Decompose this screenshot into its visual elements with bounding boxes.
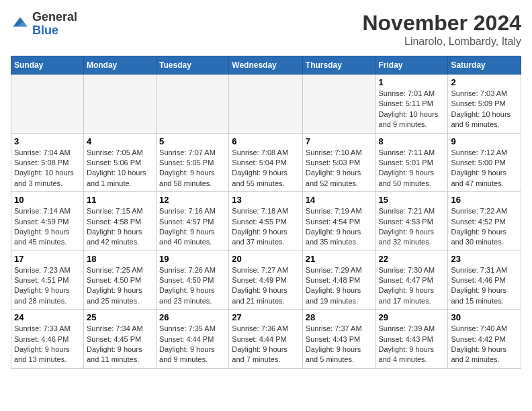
calendar-cell: 18Sunrise: 7:25 AMSunset: 4:50 PMDayligh… xyxy=(83,250,156,310)
day-info: Sunrise: 7:04 AMSunset: 5:08 PMDaylight:… xyxy=(14,148,81,189)
weekday-header-monday: Monday xyxy=(83,56,156,75)
calendar-cell: 3Sunrise: 7:04 AMSunset: 5:08 PMDaylight… xyxy=(11,133,84,192)
calendar-cell: 2Sunrise: 7:03 AMSunset: 5:09 PMDaylight… xyxy=(448,75,521,134)
calendar-cell: 12Sunrise: 7:16 AMSunset: 4:57 PMDayligh… xyxy=(157,192,229,251)
header: General Blue November 2024 Linarolo, Lom… xyxy=(11,11,521,48)
calendar-cell: 5Sunrise: 7:07 AMSunset: 5:05 PMDaylight… xyxy=(157,133,229,192)
day-info: Sunrise: 7:23 AMSunset: 4:51 PMDaylight:… xyxy=(14,265,81,307)
calendar-cell: 20Sunrise: 7:27 AMSunset: 4:49 PMDayligh… xyxy=(229,250,303,310)
calendar-cell: 16Sunrise: 7:22 AMSunset: 4:52 PMDayligh… xyxy=(448,192,521,251)
day-info: Sunrise: 7:34 AMSunset: 4:45 PMDaylight:… xyxy=(87,324,153,365)
calendar-week-1: 1Sunrise: 7:01 AMSunset: 5:11 PMDaylight… xyxy=(11,75,521,134)
day-number: 20 xyxy=(232,254,300,264)
day-number: 25 xyxy=(87,312,153,322)
calendar-cell xyxy=(11,75,84,134)
logo: General Blue xyxy=(11,11,77,38)
day-number: 17 xyxy=(14,254,81,264)
day-number: 11 xyxy=(87,195,153,205)
calendar-cell: 4Sunrise: 7:05 AMSunset: 5:06 PMDaylight… xyxy=(83,133,156,192)
day-info: Sunrise: 7:15 AMSunset: 4:58 PMDaylight:… xyxy=(87,206,153,248)
calendar-cell: 15Sunrise: 7:21 AMSunset: 4:53 PMDayligh… xyxy=(375,192,448,251)
calendar-cell: 22Sunrise: 7:30 AMSunset: 4:47 PMDayligh… xyxy=(375,250,448,310)
calendar-body: 1Sunrise: 7:01 AMSunset: 5:11 PMDaylight… xyxy=(11,75,521,369)
day-number: 10 xyxy=(14,195,81,205)
calendar-cell: 27Sunrise: 7:36 AMSunset: 4:44 PMDayligh… xyxy=(229,310,303,369)
calendar-cell xyxy=(83,75,156,134)
calendar-cell: 7Sunrise: 7:10 AMSunset: 5:03 PMDaylight… xyxy=(302,133,375,192)
day-number: 26 xyxy=(159,312,226,322)
day-number: 2 xyxy=(451,77,518,87)
calendar-cell: 13Sunrise: 7:18 AMSunset: 4:55 PMDayligh… xyxy=(229,192,303,251)
weekday-row: SundayMondayTuesdayWednesdayThursdayFrid… xyxy=(11,56,521,75)
calendar-cell: 1Sunrise: 7:01 AMSunset: 5:11 PMDaylight… xyxy=(375,75,448,134)
day-number: 28 xyxy=(306,312,373,322)
calendar-cell: 26Sunrise: 7:35 AMSunset: 4:44 PMDayligh… xyxy=(157,310,229,369)
calendar-week-3: 10Sunrise: 7:14 AMSunset: 4:59 PMDayligh… xyxy=(11,192,521,251)
day-number: 7 xyxy=(306,136,373,146)
day-number: 21 xyxy=(306,254,373,264)
weekday-header-saturday: Saturday xyxy=(448,56,521,75)
day-info: Sunrise: 7:30 AMSunset: 4:47 PMDaylight:… xyxy=(379,265,445,307)
day-number: 6 xyxy=(232,136,300,146)
calendar-cell: 10Sunrise: 7:14 AMSunset: 4:59 PMDayligh… xyxy=(11,192,84,251)
calendar-cell: 29Sunrise: 7:39 AMSunset: 4:43 PMDayligh… xyxy=(375,310,448,369)
logo-general-text: General xyxy=(32,11,77,24)
calendar-cell: 23Sunrise: 7:31 AMSunset: 4:46 PMDayligh… xyxy=(448,250,521,310)
calendar: SundayMondayTuesdayWednesdayThursdayFrid… xyxy=(11,56,521,369)
day-number: 5 xyxy=(159,136,226,146)
calendar-cell: 17Sunrise: 7:23 AMSunset: 4:51 PMDayligh… xyxy=(11,250,84,310)
day-number: 14 xyxy=(306,195,373,205)
calendar-week-5: 24Sunrise: 7:33 AMSunset: 4:46 PMDayligh… xyxy=(11,310,521,369)
day-number: 9 xyxy=(451,136,518,146)
day-number: 16 xyxy=(451,195,518,205)
day-info: Sunrise: 7:26 AMSunset: 4:50 PMDaylight:… xyxy=(159,265,226,307)
calendar-cell: 28Sunrise: 7:37 AMSunset: 4:43 PMDayligh… xyxy=(302,310,375,369)
logo-text: General Blue xyxy=(32,11,77,38)
day-info: Sunrise: 7:33 AMSunset: 4:46 PMDaylight:… xyxy=(14,324,81,365)
day-info: Sunrise: 7:22 AMSunset: 4:52 PMDaylight:… xyxy=(451,206,518,248)
calendar-cell: 8Sunrise: 7:11 AMSunset: 5:01 PMDaylight… xyxy=(375,133,448,192)
weekday-header-tuesday: Tuesday xyxy=(157,56,229,75)
day-number: 12 xyxy=(159,195,226,205)
day-number: 1 xyxy=(379,77,445,87)
day-number: 13 xyxy=(232,195,300,205)
logo-blue-text: Blue xyxy=(32,24,77,38)
day-info: Sunrise: 7:19 AMSunset: 4:54 PMDaylight:… xyxy=(306,206,373,248)
calendar-cell: 6Sunrise: 7:08 AMSunset: 5:04 PMDaylight… xyxy=(229,133,303,192)
calendar-cell xyxy=(229,75,303,134)
calendar-header: SundayMondayTuesdayWednesdayThursdayFrid… xyxy=(11,56,521,75)
day-info: Sunrise: 7:14 AMSunset: 4:59 PMDaylight:… xyxy=(14,206,81,248)
day-info: Sunrise: 7:18 AMSunset: 4:55 PMDaylight:… xyxy=(232,206,300,248)
calendar-cell xyxy=(302,75,375,134)
calendar-cell: 9Sunrise: 7:12 AMSunset: 5:00 PMDaylight… xyxy=(448,133,521,192)
calendar-cell xyxy=(157,75,229,134)
weekday-header-thursday: Thursday xyxy=(302,56,375,75)
day-info: Sunrise: 7:07 AMSunset: 5:05 PMDaylight:… xyxy=(159,148,226,189)
day-info: Sunrise: 7:29 AMSunset: 4:48 PMDaylight:… xyxy=(306,265,373,307)
day-info: Sunrise: 7:37 AMSunset: 4:43 PMDaylight:… xyxy=(306,324,373,365)
day-number: 19 xyxy=(159,254,226,264)
day-number: 15 xyxy=(379,195,445,205)
weekday-header-friday: Friday xyxy=(375,56,448,75)
day-info: Sunrise: 7:40 AMSunset: 4:42 PMDaylight:… xyxy=(451,324,518,365)
title-area: November 2024 Linarolo, Lombardy, Italy xyxy=(362,11,521,48)
day-number: 30 xyxy=(451,312,518,322)
day-number: 3 xyxy=(14,136,81,146)
calendar-week-2: 3Sunrise: 7:04 AMSunset: 5:08 PMDaylight… xyxy=(11,133,521,192)
day-number: 18 xyxy=(87,254,153,264)
calendar-cell: 25Sunrise: 7:34 AMSunset: 4:45 PMDayligh… xyxy=(83,310,156,369)
day-info: Sunrise: 7:10 AMSunset: 5:03 PMDaylight:… xyxy=(306,148,373,189)
day-number: 24 xyxy=(14,312,81,322)
day-number: 4 xyxy=(87,136,153,146)
day-info: Sunrise: 7:16 AMSunset: 4:57 PMDaylight:… xyxy=(159,206,226,248)
day-info: Sunrise: 7:03 AMSunset: 5:09 PMDaylight:… xyxy=(451,89,518,130)
calendar-cell: 14Sunrise: 7:19 AMSunset: 4:54 PMDayligh… xyxy=(302,192,375,251)
weekday-header-sunday: Sunday xyxy=(11,56,84,75)
day-info: Sunrise: 7:35 AMSunset: 4:44 PMDaylight:… xyxy=(159,324,226,365)
month-title: November 2024 xyxy=(362,11,521,36)
day-info: Sunrise: 7:36 AMSunset: 4:44 PMDaylight:… xyxy=(232,324,300,365)
calendar-cell: 24Sunrise: 7:33 AMSunset: 4:46 PMDayligh… xyxy=(11,310,84,369)
day-info: Sunrise: 7:31 AMSunset: 4:46 PMDaylight:… xyxy=(451,265,518,307)
calendar-week-4: 17Sunrise: 7:23 AMSunset: 4:51 PMDayligh… xyxy=(11,250,521,310)
weekday-header-wednesday: Wednesday xyxy=(229,56,303,75)
